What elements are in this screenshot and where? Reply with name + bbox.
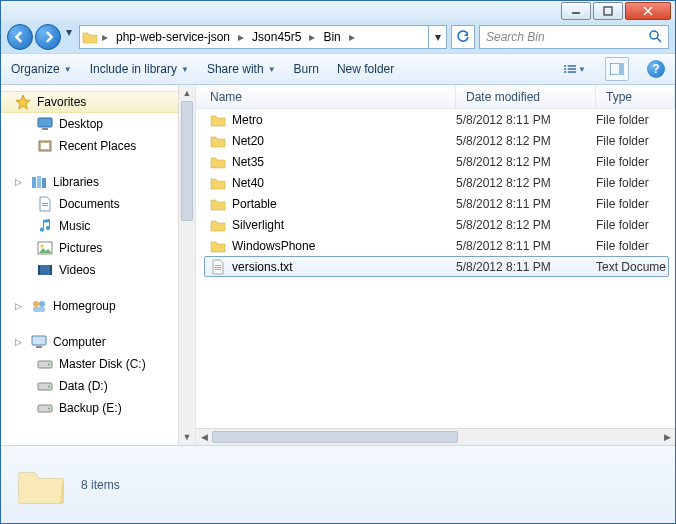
nav-libraries[interactable]: ▷Libraries bbox=[1, 171, 195, 193]
svg-rect-13 bbox=[619, 63, 624, 75]
file-row[interactable]: Silverlight5/8/2012 8:12 PMFile folder bbox=[196, 214, 675, 235]
nav-drive-d[interactable]: Data (D:) bbox=[1, 375, 195, 397]
svg-point-28 bbox=[33, 301, 39, 307]
organize-menu[interactable]: Organize▼ bbox=[11, 62, 72, 76]
horizontal-scrollbar[interactable]: ◀ ▶ bbox=[196, 428, 675, 445]
drive-icon bbox=[37, 356, 53, 372]
address-bar[interactable]: ▸ php-web-service-json ▸ Json45r5 ▸ Bin … bbox=[79, 25, 447, 49]
file-name: Net35 bbox=[232, 155, 264, 169]
file-row[interactable]: Metro5/8/2012 8:11 PMFile folder bbox=[196, 109, 675, 130]
column-type[interactable]: Type bbox=[596, 85, 675, 108]
file-row[interactable]: Net355/8/2012 8:12 PMFile folder bbox=[196, 151, 675, 172]
nav-favorites[interactable]: Favorites bbox=[1, 91, 195, 113]
expand-icon[interactable]: ▷ bbox=[15, 337, 25, 347]
scroll-down-icon[interactable]: ▼ bbox=[179, 429, 195, 445]
chevron-right-icon[interactable]: ▸ bbox=[307, 30, 317, 44]
scroll-thumb[interactable] bbox=[212, 431, 458, 443]
file-type: File folder bbox=[596, 218, 675, 232]
folder-icon bbox=[210, 217, 226, 233]
scroll-left-icon[interactable]: ◀ bbox=[196, 432, 212, 442]
file-name: versions.txt bbox=[232, 260, 293, 274]
share-with-menu[interactable]: Share with▼ bbox=[207, 62, 276, 76]
history-dropdown[interactable]: ▾ bbox=[63, 24, 75, 40]
nav-pictures[interactable]: Pictures bbox=[1, 237, 195, 259]
search-placeholder: Search Bin bbox=[486, 30, 648, 44]
file-date: 5/8/2012 8:12 PM bbox=[456, 155, 596, 169]
chevron-right-icon[interactable]: ▸ bbox=[236, 30, 246, 44]
preview-pane-button[interactable] bbox=[605, 57, 629, 81]
svg-rect-6 bbox=[564, 65, 566, 67]
svg-point-34 bbox=[48, 364, 50, 366]
expand-icon[interactable]: ▷ bbox=[15, 177, 25, 187]
forward-button[interactable] bbox=[35, 24, 61, 50]
recent-icon bbox=[37, 138, 53, 154]
svg-rect-15 bbox=[42, 128, 48, 130]
file-row[interactable]: WindowsPhone5/8/2012 8:11 PMFile folder bbox=[196, 235, 675, 256]
refresh-button[interactable] bbox=[451, 25, 475, 49]
toolbar: Organize▼ Include in library▼ Share with… bbox=[1, 53, 675, 85]
new-folder-button[interactable]: New folder bbox=[337, 62, 394, 76]
minimize-button[interactable] bbox=[561, 2, 591, 20]
nav-drive-c[interactable]: Master Disk (C:) bbox=[1, 353, 195, 375]
burn-button[interactable]: Burn bbox=[294, 62, 319, 76]
svg-rect-14 bbox=[38, 118, 52, 127]
file-date: 5/8/2012 8:11 PM bbox=[456, 113, 596, 127]
titlebar bbox=[1, 1, 675, 21]
folder-icon bbox=[210, 175, 226, 191]
close-button[interactable] bbox=[625, 2, 671, 20]
nav-computer[interactable]: ▷Computer bbox=[1, 331, 195, 353]
address-dropdown[interactable]: ▾ bbox=[428, 26, 446, 48]
text-file-icon bbox=[210, 259, 226, 275]
breadcrumb-item[interactable]: Json45r5 bbox=[246, 26, 307, 48]
breadcrumb-item[interactable]: php-web-service-json bbox=[110, 26, 236, 48]
expand-icon[interactable]: ▷ bbox=[15, 301, 25, 311]
column-date-modified[interactable]: Date modified bbox=[456, 85, 596, 108]
file-date: 5/8/2012 8:11 PM bbox=[456, 260, 596, 274]
pictures-icon bbox=[37, 240, 53, 256]
nav-documents[interactable]: Documents bbox=[1, 193, 195, 215]
scroll-thumb[interactable] bbox=[181, 101, 193, 221]
chevron-right-icon[interactable]: ▸ bbox=[100, 30, 110, 44]
svg-line-5 bbox=[657, 38, 661, 42]
search-box[interactable]: Search Bin bbox=[479, 25, 669, 49]
svg-point-4 bbox=[650, 31, 658, 39]
file-type: File folder bbox=[596, 176, 675, 190]
breadcrumb-item[interactable]: Bin bbox=[317, 26, 346, 48]
documents-icon bbox=[37, 196, 53, 212]
svg-rect-1 bbox=[604, 7, 612, 15]
nav-desktop[interactable]: Desktop bbox=[1, 113, 195, 135]
navpane-scrollbar[interactable]: ▲ ▼ bbox=[178, 85, 195, 445]
folder-icon bbox=[210, 154, 226, 170]
scroll-right-icon[interactable]: ▶ bbox=[659, 432, 675, 442]
column-name[interactable]: Name bbox=[196, 85, 456, 108]
file-row[interactable]: Net205/8/2012 8:12 PMFile folder bbox=[196, 130, 675, 151]
file-row[interactable]: Net405/8/2012 8:12 PMFile folder bbox=[196, 172, 675, 193]
svg-rect-10 bbox=[564, 71, 566, 73]
navigation-pane: Favorites Desktop Recent Places ▷Librari… bbox=[1, 85, 196, 445]
drive-icon bbox=[37, 378, 53, 394]
folder-icon bbox=[80, 30, 100, 44]
folder-icon bbox=[210, 196, 226, 212]
file-date: 5/8/2012 8:11 PM bbox=[456, 197, 596, 211]
scroll-up-icon[interactable]: ▲ bbox=[179, 85, 195, 101]
include-in-library-menu[interactable]: Include in library▼ bbox=[90, 62, 189, 76]
svg-rect-9 bbox=[568, 68, 576, 70]
svg-rect-31 bbox=[32, 336, 46, 345]
file-row[interactable]: versions.txt5/8/2012 8:11 PMText Docume bbox=[204, 256, 669, 277]
maximize-button[interactable] bbox=[593, 2, 623, 20]
chevron-right-icon[interactable]: ▸ bbox=[347, 30, 357, 44]
folder-icon bbox=[210, 112, 226, 128]
nav-drive-e[interactable]: Backup (E:) bbox=[1, 397, 195, 419]
file-row[interactable]: Portable5/8/2012 8:11 PMFile folder bbox=[196, 193, 675, 214]
search-icon bbox=[648, 29, 662, 46]
svg-point-38 bbox=[48, 408, 50, 410]
nav-music[interactable]: Music bbox=[1, 215, 195, 237]
file-date: 5/8/2012 8:12 PM bbox=[456, 134, 596, 148]
nav-videos[interactable]: Videos bbox=[1, 259, 195, 281]
file-type: File folder bbox=[596, 155, 675, 169]
nav-recent-places[interactable]: Recent Places bbox=[1, 135, 195, 157]
help-button[interactable]: ? bbox=[647, 60, 665, 78]
view-options-button[interactable]: ▼ bbox=[563, 57, 587, 81]
back-button[interactable] bbox=[7, 24, 33, 50]
nav-homegroup[interactable]: ▷Homegroup bbox=[1, 295, 195, 317]
